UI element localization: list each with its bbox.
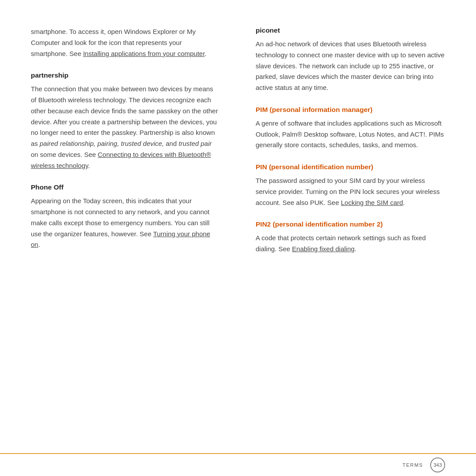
partnership-text-1: The connection that you make between two… <box>31 85 218 147</box>
sim-card-link[interactable]: Locking the SIM card <box>341 199 403 206</box>
partnership-text-2: and <box>164 140 178 147</box>
page-container: smartphone. To access it, open Windows E… <box>0 0 476 476</box>
pin2-heading: PIN2 (personal identification number 2) <box>256 220 445 228</box>
pin-body: The password assigned to your SIM card b… <box>256 175 445 208</box>
pin2-text-end: . <box>354 245 356 253</box>
partnership-text-end: . <box>88 162 90 169</box>
content-area: smartphone. To access it, open Windows E… <box>31 26 445 441</box>
pin-text-end: . <box>403 199 405 206</box>
pim-body: A genre of software that includes applic… <box>256 118 445 151</box>
left-column: smartphone. To access it, open Windows E… <box>31 26 229 441</box>
intro-text-after: . <box>205 50 206 57</box>
phone-off-heading: Phone Off <box>31 183 220 191</box>
page-number: 343 <box>430 457 445 472</box>
partnership-italic-1: paired relationship, pairing, trusted de… <box>40 140 164 147</box>
piconet-section: piconet An ad-hoc network of devices tha… <box>256 26 445 93</box>
partnership-section: partnership The connection that you make… <box>31 71 220 171</box>
partnership-body: The connection that you make between two… <box>31 84 220 171</box>
phone-off-body: Appearing on the Today screen, this indi… <box>31 196 220 250</box>
piconet-body: An ad-hoc network of devices that uses B… <box>256 39 445 93</box>
pin2-section: PIN2 (personal identification number 2) … <box>256 220 445 255</box>
partnership-text-3: on some devices. See <box>31 151 98 158</box>
piconet-heading: piconet <box>256 26 445 34</box>
footer-bar: TERMS 343 <box>0 453 476 476</box>
phone-off-section: Phone Off Appearing on the Today screen,… <box>31 183 220 250</box>
partnership-italic-2: trusted pair <box>178 140 212 147</box>
pin-heading: PIN (personal identification number) <box>256 163 445 171</box>
intro-paragraph: smartphone. To access it, open Windows E… <box>31 26 220 59</box>
fixed-dialing-link[interactable]: Enabling fixed dialing <box>292 245 355 253</box>
installing-apps-link[interactable]: Installing applications from your comput… <box>83 50 205 57</box>
pin2-body: A code that protects certain network set… <box>256 233 445 255</box>
partnership-heading: partnership <box>31 71 220 79</box>
pin-section: PIN (personal identification number) The… <box>256 163 445 208</box>
right-column: piconet An ad-hoc network of devices tha… <box>247 26 445 441</box>
phone-off-text-end: . <box>38 241 40 248</box>
footer-terms-label: TERMS <box>402 462 423 468</box>
pim-heading: PIM (personal information manager) <box>256 106 445 114</box>
pim-section: PIM (personal information manager) A gen… <box>256 106 445 151</box>
